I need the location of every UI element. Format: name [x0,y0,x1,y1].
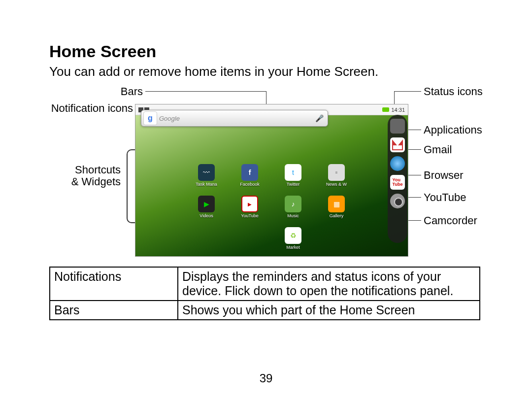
search-bar[interactable]: g Google 🎤 [141,110,328,127]
applications-icon[interactable] [390,119,405,134]
app-task-manager[interactable]: 〰Task Mana [185,164,228,196]
label-applications: Applications [424,124,482,136]
home-screen-diagram: Bars Notification icons Shortcuts & Widg… [49,85,483,263]
app-youtube[interactable]: ▶YouTube [228,196,271,227]
app-twitter[interactable]: tTwitter [271,164,315,196]
brace-icon [127,149,135,223]
google-icon: g [143,111,157,125]
cell-feature: Notifications [50,267,178,301]
app-market[interactable]: ♻Market [271,227,315,259]
dock: You Tube [388,115,407,243]
intro-text: You can add or remove home items in your… [49,64,485,79]
battery-icon [382,107,389,112]
label-browser: Browser [424,169,464,182]
label-notification-icons: Notification icons [44,102,133,115]
search-placeholder: Google [159,115,180,122]
label-shortcuts-widgets: Shortcuts & Widgets [44,164,121,188]
app-news[interactable]: ≡News & W [315,164,358,196]
label-bars: Bars [84,85,143,98]
app-videos[interactable]: ▶Videos [185,196,228,227]
clock: 14:31 [391,107,405,113]
table-row: Bars Shows you which part of the Home Sc… [50,301,480,320]
description-table: Notifications Displays the reminders and… [49,267,480,320]
cell-feature: Bars [50,301,178,320]
table-row: Notifications Displays the reminders and… [50,267,480,301]
cell-description: Shows you which part of the Home Screen [178,301,480,320]
app-gallery[interactable]: ▦Gallery [315,196,358,227]
label-camcorder: Camcorder [424,214,477,227]
mic-icon[interactable]: 🎤 [312,111,326,125]
label-gmail: Gmail [424,143,452,156]
gmail-icon[interactable] [390,137,405,152]
browser-icon[interactable] [390,156,405,171]
app-music[interactable]: ♪Music [271,196,315,227]
app-facebook[interactable]: fFacebook [228,164,271,196]
page-title: Home Screen [49,42,485,61]
app-grid: 〰Task Mana fFacebook tTwitter ≡News & W … [185,164,358,259]
page-number: 39 [0,371,532,385]
youtube-icon[interactable]: You Tube [390,175,405,190]
cell-description: Displays the reminders and status icons … [178,267,480,301]
camcorder-icon[interactable] [390,194,405,208]
label-youtube: YouTube [424,191,466,204]
label-status-icons: Status icons [424,85,483,98]
